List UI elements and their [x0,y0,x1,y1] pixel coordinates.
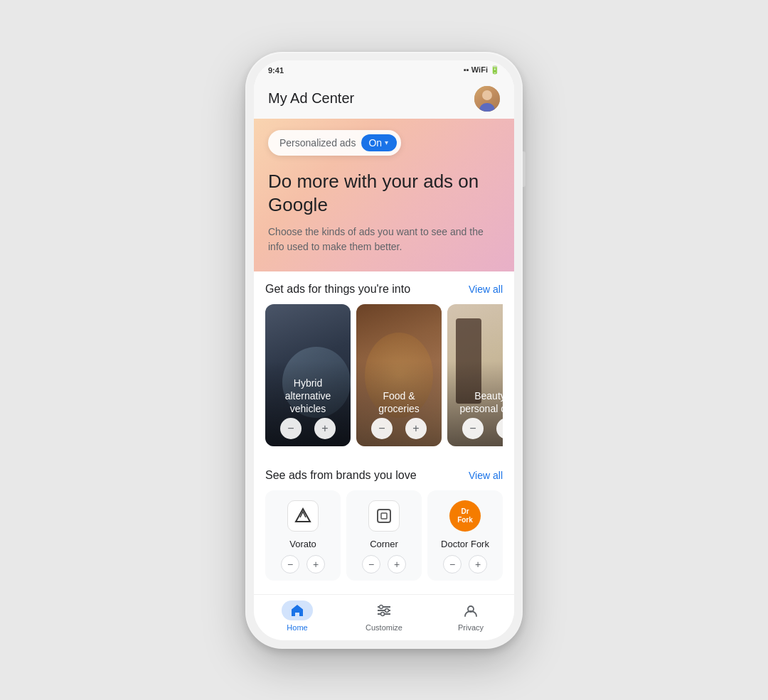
personalized-ads-label: Personalized ads [279,137,356,149]
corner-actions: − + [362,555,406,574]
corner-icon [375,507,393,524]
brands-grid: Vorato − + [265,490,503,581]
svg-rect-1 [381,513,387,519]
brand-card-corner[interactable]: Corner − + [346,490,422,581]
nav-customize-label: Customize [366,623,402,632]
power-button [523,151,526,187]
brand-card-vorato[interactable]: Vorato − + [265,490,341,581]
interests-title: Get ads for things you're into [265,283,410,296]
bottom-navigation: Home Customize [254,594,514,640]
interests-view-all[interactable]: View all [469,284,503,295]
like-beauty-button[interactable]: + [496,418,503,439]
on-toggle[interactable]: On ▾ [361,134,397,151]
dislike-hybrid-button[interactable]: − [280,418,302,439]
interest-card-beauty[interactable]: Beauty personal care − + [447,304,503,446]
nav-home-icon-wrap [282,601,313,620]
nav-customize[interactable]: Customize [341,601,427,632]
nav-home[interactable]: Home [254,601,341,632]
like-vorato-button[interactable]: + [306,555,325,574]
hero-subtitle: Choose the kinds of ads you want to see … [268,225,500,254]
dislike-food-button[interactable]: − [371,418,393,439]
vorato-actions: − + [281,555,325,574]
interest-cards-row: Hybrid alternative vehicles − + Food & g… [265,304,503,449]
phone-frame: 9:41 ▪▪ WiFi 🔋 My Ad Center Personalized… [245,52,523,649]
dislike-vorato-button[interactable]: − [281,555,299,574]
dislike-beauty-button[interactable]: − [462,418,484,439]
page-title: My Ad Center [268,90,354,107]
doctorfork-actions: − + [443,555,487,574]
doctorfork-icon-text: DrFork [457,507,473,524]
scroll-content[interactable]: Personalized ads On ▾ Do more with your … [254,119,514,594]
on-label: On [368,137,382,149]
vorato-name: Vorato [289,539,316,549]
card-actions-food: − + [356,418,442,439]
nav-home-label: Home [287,623,307,632]
card-label-food: Food & groceries [356,389,442,415]
card-actions-hybrid: − + [265,418,351,439]
status-icons: ▪▪ WiFi 🔋 [464,65,500,75]
doctorfork-name: Doctor Fork [441,539,489,549]
svg-point-7 [381,612,385,615]
home-icon [289,603,305,618]
status-bar: 9:41 ▪▪ WiFi 🔋 [254,60,514,80]
like-hybrid-button[interactable]: + [314,418,336,439]
nav-privacy-icon-wrap [455,601,486,620]
interest-card-hybrid[interactable]: Hybrid alternative vehicles − + [265,304,351,446]
brands-title: See ads from brands you love [265,469,417,482]
card-label-beauty: Beauty personal care [447,389,503,415]
corner-logo [368,500,400,532]
dislike-doctorfork-button[interactable]: − [443,555,462,574]
nav-privacy-label: Privacy [458,623,484,632]
time: 9:41 [268,66,284,75]
phone-screen: 9:41 ▪▪ WiFi 🔋 My Ad Center Personalized… [254,60,514,640]
hero-title: Do more with your ads on Google [268,170,500,218]
brands-view-all[interactable]: View all [469,470,503,481]
chevron-down-icon: ▾ [385,139,388,146]
nav-customize-icon-wrap [368,601,400,620]
card-label-hybrid: Hybrid alternative vehicles [265,377,351,416]
svg-point-5 [380,605,383,608]
brands-header: See ads from brands you love View all [265,469,503,482]
svg-rect-0 [378,510,390,522]
customize-icon [376,603,392,618]
avatar-image [474,86,500,112]
interests-header: Get ads for things you're into View all [265,283,503,296]
nav-privacy[interactable]: Privacy [427,601,514,632]
dislike-corner-button[interactable]: − [362,555,380,574]
doctorfork-logo: DrFork [449,500,481,532]
like-doctorfork-button[interactable]: + [469,555,487,574]
like-corner-button[interactable]: + [388,555,406,574]
like-food-button[interactable]: + [405,418,427,439]
svg-point-6 [385,608,389,612]
personalized-ads-pill[interactable]: Personalized ads On ▾ [268,130,401,156]
vorato-logo [287,500,319,532]
interests-section: Get ads for things you're into View all … [254,271,514,455]
app-header: My Ad Center [254,80,514,119]
hero-section: Personalized ads On ▾ Do more with your … [254,119,514,272]
avatar[interactable] [474,86,500,112]
interest-card-food[interactable]: Food & groceries − + [356,304,442,446]
vorato-icon [293,506,313,526]
corner-name: Corner [370,539,398,549]
privacy-icon [463,603,479,618]
brands-section: See ads from brands you love View all Vo… [254,458,514,586]
card-actions-beauty: − + [447,418,503,439]
brand-card-doctorfork[interactable]: DrFork Doctor Fork − + [427,490,503,581]
